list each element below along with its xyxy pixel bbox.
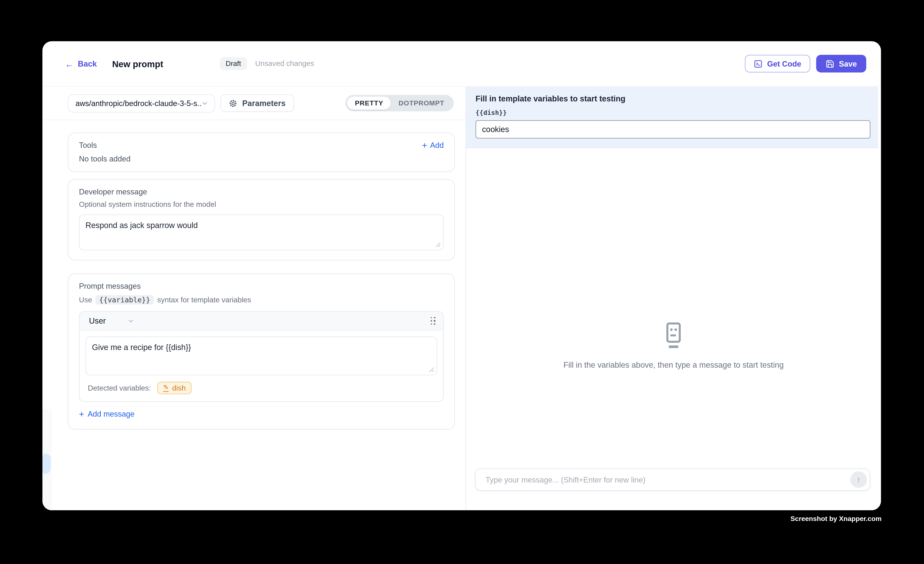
- header: ← Back New prompt Draft Unsaved changes …: [42, 41, 881, 86]
- model-select[interactable]: aws/anthropic/bedrock-claude-3-5-s...: [68, 94, 215, 112]
- pencil-icon: ✎: [163, 384, 169, 392]
- chat-message-input[interactable]: [484, 474, 850, 484]
- back-label: Back: [78, 59, 97, 68]
- parameters-button[interactable]: Parameters: [220, 94, 294, 112]
- developer-message-subtitle: Optional system instructions for the mod…: [79, 200, 444, 208]
- developer-message-title: Developer message: [79, 187, 444, 196]
- role-select[interactable]: [127, 317, 134, 324]
- save-label: Save: [839, 59, 857, 68]
- variable-chip-label: dish: [172, 384, 186, 392]
- template-variables-title: Fill in template variables to start test…: [476, 94, 870, 103]
- back-arrow-icon: ←: [65, 59, 74, 68]
- sidebar-active-item[interactable]: [42, 454, 51, 474]
- prompt-messages-card: Prompt messages Use {{variable}} syntax …: [68, 273, 455, 430]
- bot-icon: [662, 322, 685, 350]
- watermark-text: Screenshot by Xnapper.com: [790, 515, 882, 522]
- chat-empty-state: Fill in the variables above, then type a…: [466, 322, 881, 369]
- draft-status-badge: Draft: [220, 57, 247, 70]
- variable-name-label: {{dish}}: [476, 109, 870, 117]
- get-code-label: Get Code: [767, 59, 801, 68]
- send-arrow-icon: ↑: [856, 475, 861, 484]
- plus-icon: +: [79, 410, 84, 418]
- hint-suffix: syntax for template variables: [157, 296, 251, 304]
- hint-prefix: Use: [79, 296, 92, 304]
- developer-message-textarea[interactable]: Respond as jack sparrow would: [79, 214, 444, 250]
- save-button[interactable]: Save: [816, 55, 866, 72]
- model-select-value: aws/anthropic/bedrock-claude-3-5-s...: [75, 99, 201, 108]
- add-message-button[interactable]: + Add message: [79, 410, 135, 418]
- page-title: New prompt: [112, 58, 163, 69]
- unsaved-changes-text: Unsaved changes: [255, 59, 314, 68]
- tools-title: Tools: [79, 141, 97, 150]
- toggle-dotprompt[interactable]: DOTPROMPT: [391, 97, 452, 110]
- back-button[interactable]: ← Back: [65, 59, 97, 68]
- chevron-down-icon: [201, 99, 208, 107]
- detected-variables-row: Detected variables: ✎ dish: [80, 375, 443, 401]
- editor-toolbar: aws/anthropic/bedrock-claude-3-5-s... Pa…: [42, 87, 466, 120]
- prompt-messages-title: Prompt messages: [79, 282, 444, 290]
- screen: ← Back New prompt Draft Unsaved changes …: [0, 0, 924, 564]
- parameters-label: Parameters: [242, 99, 285, 108]
- tools-empty-text: No tools added: [79, 154, 444, 163]
- plus-icon: +: [422, 141, 427, 150]
- template-hint: Use {{variable}} syntax for template var…: [79, 295, 444, 304]
- app-window: ← Back New prompt Draft Unsaved changes …: [42, 41, 881, 510]
- variable-syntax-chip: {{variable}}: [96, 295, 154, 304]
- send-button[interactable]: ↑: [850, 471, 867, 488]
- editor-pane: aws/anthropic/bedrock-claude-3-5-s... Pa…: [42, 87, 466, 510]
- terminal-icon: [754, 59, 762, 68]
- toggle-pretty[interactable]: PRETTY: [347, 97, 391, 110]
- message-header: User: [80, 312, 443, 330]
- gear-icon: [229, 99, 237, 108]
- drag-handle-icon[interactable]: [430, 316, 435, 325]
- clipped-sidebar-rail: [42, 409, 52, 510]
- developer-message-card: Developer message Optional system instru…: [68, 179, 455, 260]
- save-icon: [825, 59, 834, 68]
- add-tool-label: Add: [430, 141, 444, 150]
- variable-chip-dish[interactable]: ✎ dish: [157, 382, 192, 394]
- chat-input-bar: ↑: [475, 468, 870, 491]
- message-block: User Give me a recipe for {{dish}}: [79, 311, 444, 402]
- user-message-textarea[interactable]: Give me a recipe for {{dish}}: [86, 336, 437, 375]
- add-message-label: Add message: [88, 410, 134, 418]
- editor-scroll-area: Tools + Add No tools added Developer mes…: [42, 120, 466, 429]
- add-tool-button[interactable]: + Add: [422, 141, 444, 150]
- variable-value-input[interactable]: [476, 120, 870, 138]
- template-variables-panel: Fill in template variables to start test…: [466, 87, 878, 148]
- format-toggle: PRETTY DOTPROMPT: [345, 95, 454, 111]
- get-code-button[interactable]: Get Code: [745, 55, 810, 72]
- detected-variables-label: Detected variables:: [88, 384, 151, 392]
- test-pane: Fill in template variables to start test…: [466, 87, 881, 510]
- tools-card: Tools + Add No tools added: [68, 132, 455, 172]
- role-select-value: User: [89, 316, 106, 325]
- chat-empty-text: Fill in the variables above, then type a…: [466, 360, 881, 369]
